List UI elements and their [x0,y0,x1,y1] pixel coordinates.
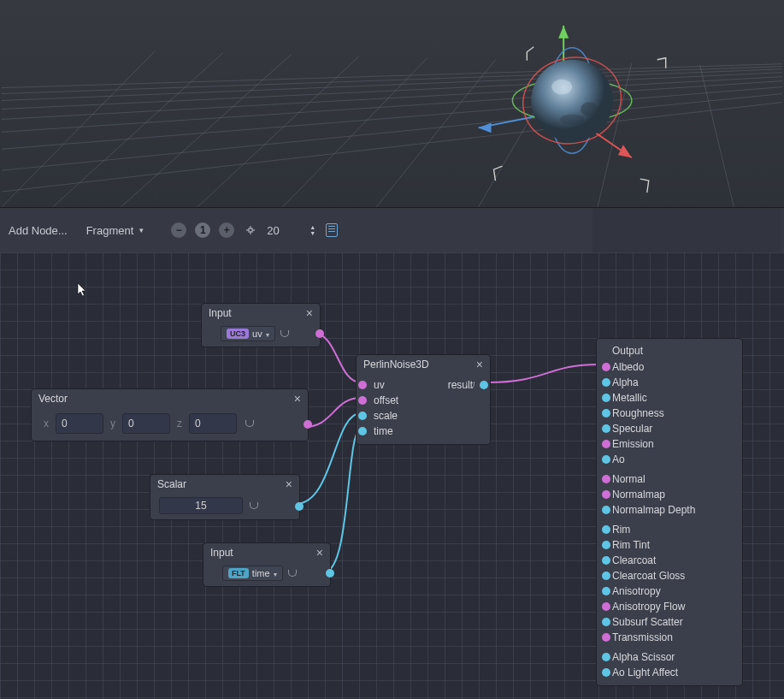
vector-y-field[interactable]: 0 [122,413,170,434]
close-icon[interactable]: × [476,358,483,371]
output-label: Anisotropy Flow [612,601,685,613]
output-row: Albedo [612,359,734,375]
node-graph-canvas[interactable]: Input × UC3 uv Vector × x 0 y 0 z 0 [0,252,784,699]
output-row: Emission [612,436,734,452]
svg-line-4 [2,77,782,120]
node-output[interactable]: Output AlbedoAlphaMetallicRoughnessSpecu… [596,338,743,686]
file-icon[interactable] [324,222,339,238]
vector-z-field[interactable]: 0 [189,413,237,434]
output-label: Subsurf Scatter [612,616,683,628]
output-row: Subsurf Scatter [612,614,734,630]
preview-toggle-icon[interactable] [280,330,289,337]
input-port[interactable] [602,668,610,677]
input-type-dropdown[interactable]: FLT time [222,566,283,581]
output-row: Alpha [612,375,734,390]
svg-line-2 [2,87,782,150]
input-port-time[interactable] [358,427,367,435]
node-input-time[interactable]: Input × FLT time [203,542,331,587]
input-port[interactable] [602,475,610,483]
input-port-scale[interactable] [358,412,367,420]
output-row: Clearcoat Gloss [612,568,734,583]
output-label: Transmission [612,631,673,643]
output-label: Specular [612,423,652,435]
grid-snap-icon[interactable] [243,222,258,238]
output-row: Normalmap [612,487,734,502]
scalar-value-field[interactable]: 15 [159,497,243,514]
output-row: Clearcoat [612,553,734,568]
zoom-reset-button[interactable]: 1 [195,222,210,238]
input-port[interactable] [602,572,610,580]
input-port[interactable] [602,602,610,611]
output-label: Alpha [612,376,639,388]
svg-line-5 [2,73,782,110]
output-label: Rim [612,524,630,536]
output-row: Anisotropy [612,583,734,599]
viewport-3d[interactable] [0,0,784,208]
close-icon[interactable]: × [286,477,292,491]
input-port[interactable] [602,525,610,534]
input-port[interactable] [602,587,610,595]
grid-size-stepper[interactable]: ▲▼ [309,224,315,236]
output-label: Clearcoat Gloss [612,570,685,582]
node-title: Vector [38,393,68,405]
output-row: Rim [612,522,734,537]
input-port[interactable] [602,653,610,661]
svg-line-10 [53,53,223,207]
vector-x-field[interactable]: 0 [56,413,103,434]
input-port[interactable] [602,618,610,626]
graph-toolbar: Add Node... Fragment − 1 + 20 ▲▼ [0,208,784,252]
input-port[interactable] [602,455,610,464]
shader-stage-dropdown[interactable]: Fragment [81,221,150,240]
svg-marker-23 [618,145,632,157]
grid-size-value[interactable]: 20 [267,224,301,237]
cursor-icon [77,282,87,298]
input-port-uv[interactable] [358,381,367,389]
input-port[interactable] [602,424,610,433]
output-row: Ao Light Affect [612,665,734,680]
zoom-in-button[interactable]: + [219,222,234,238]
node-perlinnoise3d[interactable]: PerlinNoise3D × uv result offset scale t… [356,354,491,445]
output-label: Normalmap [612,489,665,501]
preview-toggle-icon[interactable] [245,420,254,427]
close-icon[interactable]: × [306,306,313,320]
output-port-result[interactable] [480,381,488,389]
zoom-out-button[interactable]: − [171,222,186,238]
input-port[interactable] [602,440,610,448]
input-port[interactable] [602,556,610,565]
close-icon[interactable]: × [316,546,323,560]
input-port[interactable] [602,378,610,387]
output-row: Anisotropy Flow [612,599,734,614]
svg-marker-19 [479,122,492,133]
input-port[interactable] [602,394,610,402]
node-input-uv[interactable]: Input × UC3 uv [201,303,321,347]
node-vector[interactable]: Vector × x 0 y 0 z 0 [31,388,309,441]
svg-line-11 [121,55,291,207]
node-title: PerlinNoise3D [363,358,429,370]
close-icon[interactable]: × [294,392,301,406]
node-title: Input [209,307,232,319]
svg-marker-21 [558,26,569,39]
input-port[interactable] [602,409,610,418]
output-row: Rim Tint [612,537,734,553]
preview-toggle-icon[interactable] [250,502,258,509]
output-label: Alpha Scissor [612,651,675,663]
output-port[interactable] [304,420,312,429]
node-scalar[interactable]: Scalar × 15 [150,474,300,520]
input-port[interactable] [602,506,610,514]
input-port[interactable] [602,633,610,642]
preview-toggle-icon[interactable] [466,382,475,388]
preview-toggle-icon[interactable] [288,570,297,577]
output-label: Anisotropy [612,585,661,597]
output-port[interactable] [315,329,324,338]
output-label: Albedo [612,361,644,373]
input-type-dropdown[interactable]: UC3 uv [221,326,275,341]
output-label: Emission [612,438,654,450]
output-port[interactable] [326,569,334,578]
input-port[interactable] [602,490,610,499]
input-port-offset[interactable] [358,396,367,405]
svg-line-7 [2,67,782,94]
input-port[interactable] [602,363,610,371]
input-port[interactable] [602,541,610,549]
output-port[interactable] [295,502,304,511]
add-node-button[interactable]: Add Node... [3,221,73,240]
